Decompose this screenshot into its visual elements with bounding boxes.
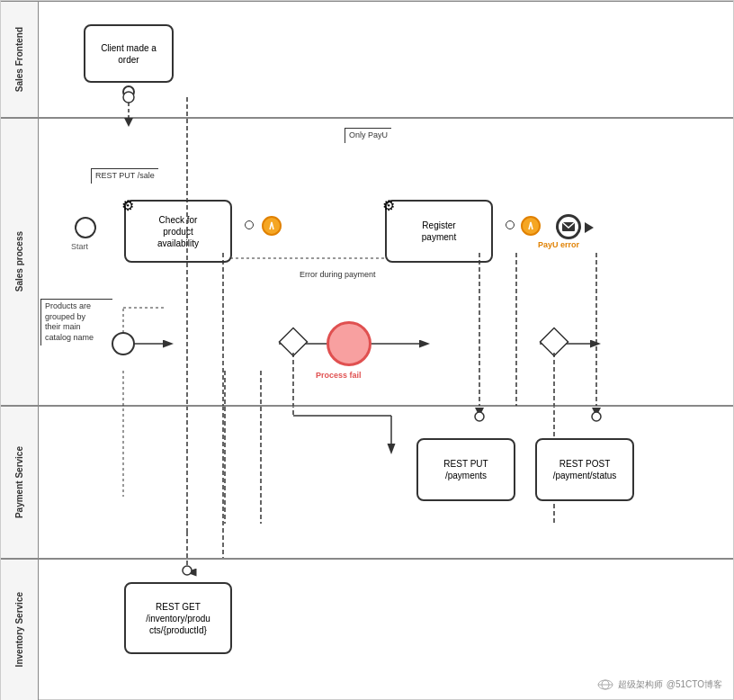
error-during-payment-label: Error during payment	[300, 270, 376, 281]
swimlane-content-sales-process: Start REST PUT /sale Check for product a…	[39, 119, 733, 405]
only-payu-label: Only PayU	[345, 128, 391, 143]
rest-get-inventory-box: REST GET /inventory/produ cts/{productId…	[124, 582, 232, 654]
swimlane-content-payment: REST PUT /payments REST POST /payment/st…	[39, 407, 733, 558]
rest-put-payments-box: REST PUT /payments	[416, 438, 515, 501]
process-fail-label: Process fail	[316, 371, 362, 381]
check-product-box: Check for product availability	[124, 200, 232, 263]
rest-post-payment-status-box: REST POST /payment/status	[535, 438, 634, 501]
svg-rect-5	[540, 328, 568, 355]
orange-badge-register	[521, 216, 541, 236]
diagram-container: Sales Frontend Client made a order Sales…	[0, 0, 734, 700]
start-event-frontend	[122, 85, 135, 98]
watermark: 超级架构师 @51CTO博客	[596, 678, 722, 692]
swimlane-sales-frontend: Sales Frontend Client made a order	[1, 1, 733, 118]
svg-point-0	[112, 333, 134, 354]
swimlane-label-inventory: Inventory Service	[1, 560, 39, 700]
start-label: Start	[71, 242, 88, 251]
swimlane-label-payment: Payment Service	[1, 407, 39, 558]
register-payment-box: Register payment	[385, 200, 493, 263]
swimlane-content-sales-frontend: Client made a order	[39, 2, 733, 117]
products-grouped-label: Products aregrouped bytheir maincatalog …	[40, 299, 112, 346]
end-message-circle	[556, 214, 581, 239]
gear-icon-register: ⚙	[382, 197, 395, 214]
end-arrow	[585, 222, 594, 233]
swimlane-sales-process: Sales process	[1, 118, 733, 406]
client-order-box: Client made a order	[84, 24, 174, 83]
small-circle-gw1	[245, 220, 254, 229]
payu-error-label: PayU error	[538, 240, 579, 251]
swimlane-payment-service: Payment Service REST PUT /payments REST …	[1, 406, 733, 559]
swimlane-label-sales-frontend: Sales Frontend	[1, 2, 39, 117]
start-circle	[75, 217, 96, 238]
swimlane-label-sales-process: Sales process	[1, 119, 39, 405]
gear-icon-check: ⚙	[121, 197, 134, 214]
orange-badge-check	[262, 216, 282, 236]
process-fail-circle	[327, 321, 371, 366]
svg-rect-4	[279, 328, 307, 355]
small-circle-gw2	[506, 220, 515, 229]
rest-put-sale-label: REST PUT /sale	[91, 168, 158, 184]
watermark-icon	[596, 678, 614, 692]
